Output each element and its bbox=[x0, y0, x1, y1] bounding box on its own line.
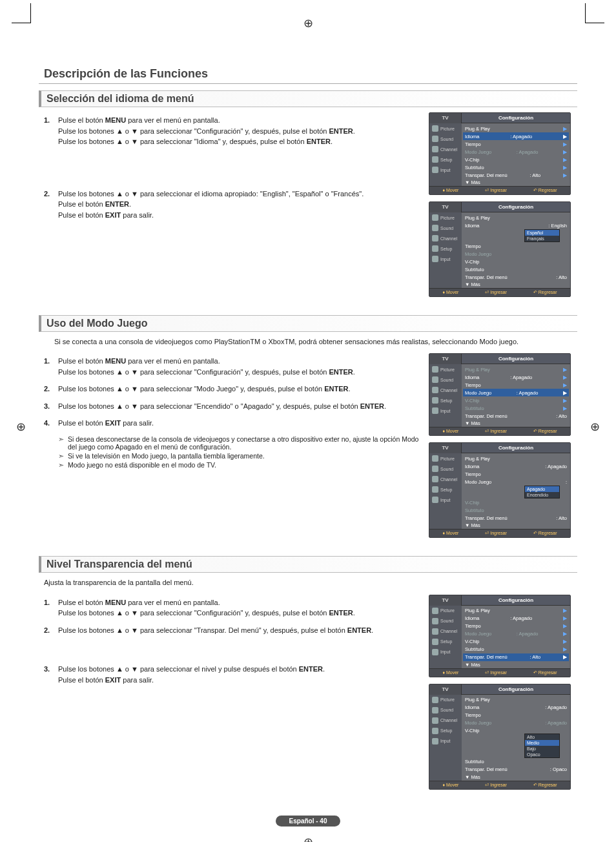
section-heading: Uso del Modo Juego bbox=[39, 315, 577, 332]
step-text: Pulse los botones ▲ o ▼ para seleccionar… bbox=[58, 384, 422, 395]
picture-icon bbox=[432, 455, 438, 462]
sound-icon bbox=[432, 376, 438, 383]
page-number-badge: Español - 40 bbox=[276, 816, 340, 827]
language-dropdown: Español Français bbox=[524, 229, 560, 242]
sound-icon bbox=[432, 618, 438, 624]
input-icon bbox=[432, 497, 438, 503]
step-text: Pulse los botones ▲ o ▼ para seleccionar… bbox=[58, 625, 422, 636]
step-number: 1. bbox=[44, 115, 58, 147]
chevron-right-icon: ▶ bbox=[563, 149, 567, 155]
section-intro: Si se conecta a una consola de videojueg… bbox=[54, 337, 572, 347]
osd-screenshot: TVConfiguración Picture Sound Channel Se… bbox=[429, 353, 571, 436]
osd-screenshot: TVConfiguración Picture Sound Channel Se… bbox=[429, 684, 571, 790]
step-text: Pulse el botón MENU para ver el menú en … bbox=[58, 115, 422, 147]
note-text: Modo juego no está disponible en el modo… bbox=[68, 461, 216, 469]
setup-icon bbox=[432, 397, 438, 404]
sound-icon bbox=[432, 466, 438, 472]
chevron-right-icon: ▶ bbox=[563, 165, 567, 170]
section-heading: Selección del idioma de menú bbox=[39, 90, 577, 107]
osd-screenshot: TVConfiguración Picture Sound Channel Se… bbox=[429, 201, 571, 297]
channel-icon bbox=[432, 717, 438, 724]
picture-icon bbox=[432, 214, 438, 221]
mover-hint: ♦ Mover bbox=[442, 188, 458, 193]
chevron-right-icon: ▶ bbox=[563, 126, 567, 132]
osd-sidebar: Picture Sound Channel Setup Input bbox=[429, 123, 462, 186]
input-icon bbox=[432, 649, 438, 655]
input-icon bbox=[432, 256, 438, 262]
osd-screenshot: TVConfiguración Picture Sound Channel Se… bbox=[429, 442, 571, 538]
section-transparencia: Nivel Transparencia del menú Ajusta la t… bbox=[39, 556, 577, 796]
input-icon bbox=[432, 407, 438, 414]
setup-icon bbox=[432, 639, 438, 645]
channel-icon bbox=[432, 235, 438, 241]
section-intro: Ajusta la transparencia de la pantalla d… bbox=[44, 578, 572, 588]
step-text: Pulse el botón MENU para ver el menú en … bbox=[58, 356, 422, 377]
picture-icon bbox=[432, 366, 438, 373]
page-content: Descripción de las Funciones Selección d… bbox=[0, 0, 616, 842]
channel-icon bbox=[432, 628, 438, 635]
main-heading: Descripción de las Funciones bbox=[39, 65, 577, 84]
sound-icon bbox=[432, 707, 438, 714]
note-arrow-icon: ➣ bbox=[58, 452, 64, 460]
sound-icon bbox=[432, 136, 438, 142]
setup-icon bbox=[432, 728, 438, 734]
setup-icon bbox=[432, 245, 438, 252]
sound-icon bbox=[432, 225, 438, 231]
note-text: Si ve la televisión en Modo juego, la pa… bbox=[68, 452, 265, 460]
chevron-right-icon: ▶ bbox=[563, 141, 567, 147]
input-icon bbox=[432, 738, 438, 744]
channel-icon bbox=[432, 476, 438, 482]
step-text: Pulse los botones ▲ o ▼ para seleccionar… bbox=[58, 401, 422, 412]
osd-title: Configuración bbox=[462, 113, 570, 123]
section-modo-juego: Uso del Modo Juego Si se conecta a una c… bbox=[39, 315, 577, 544]
modojuego-dropdown: Apagado Encendido bbox=[524, 486, 560, 498]
osd-screenshot: TVConfiguración Picture Sound Channel Se… bbox=[429, 112, 571, 195]
chevron-right-icon: ▶ bbox=[563, 157, 567, 163]
regresar-hint: ↶ Regresar bbox=[533, 188, 557, 193]
picture-icon bbox=[432, 125, 438, 132]
note-text: Si desea desconectarse de la consola de … bbox=[68, 435, 422, 451]
section-seleccion-idioma: Selección del idioma de menú 1. Pulse el… bbox=[39, 90, 577, 303]
channel-icon bbox=[432, 387, 438, 393]
note-arrow-icon: ➣ bbox=[58, 435, 64, 451]
ingresar-hint: ⏎ Ingresar bbox=[485, 188, 507, 193]
osd-screenshot: TVConfiguración Picture Sound Channel Se… bbox=[429, 595, 571, 677]
picture-icon bbox=[432, 697, 438, 703]
chevron-right-icon: ▶ bbox=[563, 134, 567, 139]
setup-icon bbox=[432, 156, 438, 163]
step-text: Pulse los botones ▲ o ▼ para seleccionar… bbox=[58, 664, 422, 685]
channel-icon bbox=[432, 146, 438, 152]
step-text: Pulse el botón EXIT para salir. bbox=[58, 418, 422, 429]
section-heading: Nivel Transparencia del menú bbox=[39, 556, 577, 573]
step-text: Pulse el botón MENU para ver el menú en … bbox=[58, 597, 422, 619]
note-arrow-icon: ➣ bbox=[58, 461, 64, 469]
input-icon bbox=[432, 167, 438, 173]
transparency-dropdown: Alto Medio Bajo Opaco bbox=[524, 734, 560, 758]
step-number: 2. bbox=[44, 189, 58, 221]
step-text: Pulse los botones ▲ o ▼ para seleccionar… bbox=[58, 189, 422, 221]
osd-tv-label: TV bbox=[429, 113, 462, 123]
chevron-right-icon: ▶ bbox=[563, 172, 567, 178]
picture-icon bbox=[432, 608, 438, 614]
setup-icon bbox=[432, 486, 438, 493]
